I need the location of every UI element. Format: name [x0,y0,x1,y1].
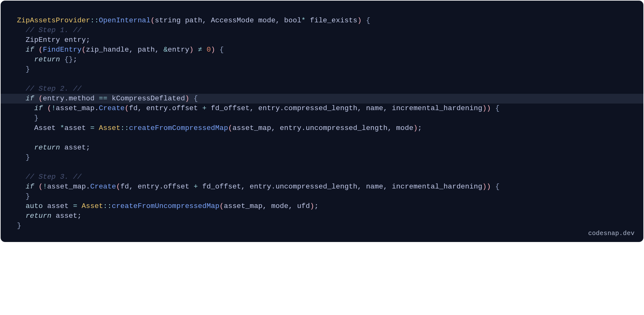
code-token [77,202,82,210]
watermark: codesnap.dev [588,230,635,237]
code-line: // Step 3. // [17,172,627,182]
code-token: OpenInternal [99,16,150,25]
code-token: ; [73,55,77,64]
code-token: ) [189,46,194,54]
code-token: FindEntry [43,46,81,54]
code-token: return [25,212,51,220]
code-line: } [17,192,627,201]
code-token: * [60,124,64,132]
code-token: ) [310,202,314,210]
code-token: asset_map. [56,104,99,112]
code-token: ) [482,183,487,191]
code-token: entry [168,46,190,54]
code-token: ) [185,94,189,103]
code-block: ZipAssetsProvider::OpenInternal(string p… [17,16,627,231]
code-line [17,133,627,143]
code-line: return asset; [17,143,627,153]
code-line [17,162,627,172]
code-token: ( [228,124,232,132]
code-token: ! [52,104,56,112]
code-token: ( [39,183,43,191]
code-token: ( [47,104,52,112]
code-token: ZipAssetsProvider [17,16,90,25]
code-token [215,46,219,54]
code-line: return asset; [17,211,627,221]
code-token [34,183,39,191]
code-token: {} [64,55,73,64]
code-token: // Step 3. // [25,173,81,181]
code-token: Asset [34,124,60,132]
code-snippet-container: ZipAssetsProvider::OpenInternal(string p… [1,1,643,242]
code-token: entry.method [43,94,99,103]
code-token: ) [414,124,418,132]
code-token: kCompressDeflated [108,94,185,103]
code-token: // Step 2. // [25,85,81,93]
code-token: createFromCompressedMap [129,124,228,132]
code-token [43,104,47,112]
code-token: } [25,65,30,73]
code-token: asset [64,124,90,132]
code-token: asset_map, mode, ufd [224,202,310,210]
code-token: } [17,222,21,230]
code-token: & [164,46,168,54]
code-token: } [34,114,39,122]
code-token [491,104,495,112]
code-line: // Step 1. // [17,25,627,35]
code-token: } [25,192,30,200]
code-token: // Step 1. // [25,26,81,34]
code-token: ( [39,94,43,103]
code-token: } [25,153,30,161]
code-token [202,46,207,54]
code-token [34,94,39,103]
code-token: :: [120,124,129,132]
code-token: ) [211,46,215,54]
code-token: { [194,94,198,103]
code-line: if (FindEntry(zip_handle, path, &entry) … [17,45,627,55]
code-token: * [301,16,306,25]
code-line: } [17,113,627,123]
code-token [491,183,495,191]
code-token: ( [125,104,129,112]
code-line: } [17,221,627,231]
code-token: return [34,55,60,64]
code-token [60,55,64,64]
code-token [362,16,366,25]
code-token: asset; [52,212,82,220]
code-token: Asset [82,202,103,210]
code-token: + [202,104,207,112]
code-token: = [73,202,77,210]
code-token: = [90,124,95,132]
code-token [95,124,99,132]
code-token [34,46,39,54]
code-token: fd_offset, entry.compressed_length, name… [207,104,482,112]
code-token: auto [25,202,43,210]
code-token: Create [99,104,125,112]
code-token: asset_map, entry.uncompressed_length, mo… [232,124,414,132]
code-token: ( [39,46,43,54]
code-token: 0 [207,46,211,54]
code-token: ) [487,104,491,112]
code-line: if (!asset_map.Create(fd, entry.offset +… [17,182,627,192]
code-token: if [25,183,34,191]
code-token [189,94,194,103]
code-token: { [366,16,370,25]
code-token: ( [116,183,120,191]
code-token: { [495,183,500,191]
code-token: + [194,183,198,191]
code-token: return [34,143,60,152]
code-token: :: [90,16,99,25]
code-token: zip_handle, path, [86,46,164,54]
code-token: ≠ [198,46,203,54]
code-line: Asset *asset = Asset::createFromCompress… [17,123,627,133]
code-token: == [99,94,107,103]
code-token: ) [482,104,487,112]
code-token: createFromUncompressedMap [112,202,219,210]
code-token: fd, entry.offset [129,104,202,112]
code-token: { [219,46,224,54]
code-line: } [17,153,627,162]
code-line: auto asset = Asset::createFromUncompress… [17,201,627,211]
code-token: :: [103,202,112,210]
code-token: ) [487,183,491,191]
code-token: ( [219,202,224,210]
code-token [194,46,198,54]
